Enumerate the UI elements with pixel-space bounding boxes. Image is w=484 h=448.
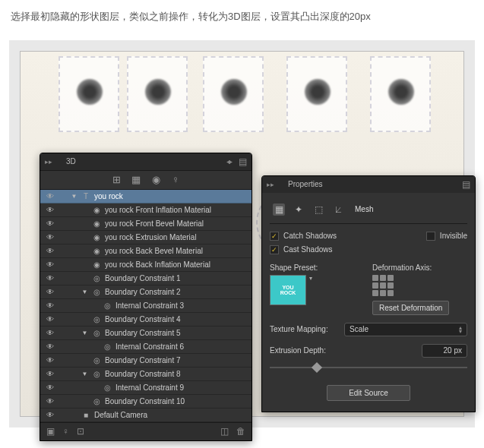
select-arrows-icon: ▴▾ [459, 326, 462, 333]
scene-item-label: you rock Front Inflation Material [105, 206, 247, 214]
scene-item-label: Boundary Constraint 7 [105, 356, 247, 364]
texture-mapping-select[interactable]: Scale ▴▾ [344, 323, 467, 336]
scene-item-label: Boundary Constraint 8 [105, 370, 247, 378]
target-icon: ◎ [91, 396, 102, 406]
scene-item[interactable]: 👁◎Boundary Constraint 1 [40, 272, 251, 286]
scene-item[interactable]: 👁▼◎Boundary Constraint 5 [40, 327, 251, 340]
extrusion-depth-input[interactable]: 20 px [422, 344, 467, 358]
scene-item-label: Internal Constraint 3 [115, 301, 247, 310]
visibility-eye-icon[interactable]: 👁 [45, 218, 55, 229]
invisible-checkbox[interactable]: ✓ [426, 232, 435, 241]
scene-item[interactable]: 👁◎Boundary Constraint 4 [40, 313, 251, 327]
catch-shadows-checkbox[interactable]: ✓ [270, 232, 279, 241]
scene-item[interactable]: 👁◎Internal Constraint 6 [40, 340, 251, 354]
twisty-icon[interactable]: ▼ [81, 289, 88, 295]
scene-item-label: Internal Constraint 9 [115, 383, 247, 392]
letter-shape [59, 56, 119, 132]
visibility-eye-icon[interactable]: 👁 [45, 191, 55, 201]
scene-item[interactable]: 👁■Default Camera [40, 409, 251, 422]
deformation-axis-grid[interactable] [372, 275, 394, 296]
scene-item-label: Internal Constraint 6 [115, 342, 247, 351]
visibility-eye-icon[interactable]: 👁 [45, 259, 55, 270]
coords-tab-icon[interactable]: ⟀ [332, 203, 344, 216]
visibility-eye-icon[interactable]: 👁 [45, 273, 55, 283]
visibility-eye-icon[interactable]: 👁 [45, 341, 55, 352]
panel-3d-header[interactable]: ▸▸ 3D ◂▸ ▤ [40, 153, 251, 170]
edit-source-button[interactable]: Edit Source [327, 385, 410, 401]
scene-item[interactable]: 👁▼Tyou rock [40, 190, 251, 203]
trash-icon[interactable]: 🗑 [236, 426, 245, 437]
visibility-eye-icon[interactable]: 👁 [45, 314, 55, 324]
visibility-eye-icon[interactable]: 👁 [45, 300, 55, 311]
catch-shadows-label: Catch Shadows [283, 232, 337, 240]
target-icon: ◎ [91, 355, 102, 365]
scene-item[interactable]: 👁◎Internal Constraint 9 [40, 381, 251, 395]
visibility-eye-icon[interactable]: 👁 [45, 286, 55, 297]
scene-item-label: you rock Back Bevel Material [105, 247, 247, 255]
scene-item[interactable]: 👁◎Internal Constraint 3 [40, 299, 251, 313]
filter-scene-icon[interactable]: ⊞ [110, 174, 122, 186]
properties-subtabs: ▦ ✦ ⬚ ⟀ Mesh [270, 199, 467, 224]
visibility-eye-icon[interactable]: 👁 [45, 204, 55, 215]
scene-item[interactable]: 👁◎Boundary Constraint 10 [40, 395, 251, 409]
scene-item[interactable]: 👁◉you rock Back Inflation Material [40, 258, 251, 272]
twisty-icon[interactable]: ▼ [71, 193, 78, 200]
camera-icon[interactable]: ⊡ [77, 426, 84, 437]
scene-item-label: Boundary Constraint 5 [105, 329, 247, 337]
visibility-eye-icon[interactable]: 👁 [45, 245, 55, 256]
shape-preset-dropdown-icon[interactable]: ▾ [309, 275, 312, 282]
target-icon: ◎ [102, 300, 112, 311]
scene-item[interactable]: 👁▼◎Boundary Constraint 2 [40, 286, 251, 299]
filter-mesh-icon[interactable]: ▦ [130, 174, 142, 186]
visibility-eye-icon[interactable]: 👁 [45, 382, 55, 393]
letter-shape [203, 56, 264, 132]
visibility-eye-icon[interactable]: 👁 [45, 355, 55, 365]
material-icon: ◉ [91, 245, 102, 256]
target-icon: ◎ [91, 286, 102, 297]
scene-item[interactable]: 👁◉you rock Extrusion Material [40, 231, 251, 245]
panel-properties-tab[interactable]: Properties [282, 177, 329, 191]
camera-icon: ■ [81, 409, 91, 420]
twisty-icon[interactable]: ▼ [81, 371, 88, 377]
scene-item-label: Boundary Constraint 2 [105, 288, 247, 296]
scene-item[interactable]: 👁◉you rock Front Bevel Material [40, 217, 251, 231]
reset-deformation-button[interactable]: Reset Deformation [372, 301, 449, 315]
visibility-eye-icon[interactable]: 👁 [45, 232, 55, 242]
target-icon: ◎ [102, 382, 112, 393]
panel-menu-icon[interactable]: ▤ [462, 179, 470, 190]
panel-menu-icon[interactable]: ▤ [239, 156, 247, 167]
panel-properties: ▸▸ Properties ▤ ▦ ✦ ⬚ ⟀ Mesh ✓ Catch Sha… [261, 175, 476, 412]
scene-item[interactable]: 👁◎Boundary Constraint 7 [40, 354, 251, 368]
scene-item-label: Default Camera [94, 411, 247, 419]
scene-item[interactable]: 👁◉you rock Front Inflation Material [40, 203, 251, 217]
visibility-eye-icon[interactable]: 👁 [45, 368, 55, 379]
target-icon: ◎ [91, 273, 102, 283]
collapse-icon[interactable]: ▸▸ [45, 158, 52, 166]
panel-3d-tab[interactable]: 3D [60, 154, 82, 169]
panel-nav-icon[interactable]: ◂▸ [226, 157, 231, 166]
light-icon[interactable]: ♀ [62, 426, 69, 437]
visibility-eye-icon[interactable]: 👁 [45, 396, 55, 406]
filter-light-icon[interactable]: ♀ [169, 174, 182, 186]
panel-properties-header[interactable]: ▸▸ Properties ▤ [262, 176, 475, 193]
visibility-eye-icon[interactable]: 👁 [45, 409, 55, 420]
letter-shape [127, 56, 188, 132]
page-instruction: 选择最初隐藏的形状图层，类似之前操作，转化为3D图层，设置其凸出深度的20px [0, 0, 484, 34]
collapse-icon[interactable]: ▸▸ [267, 181, 274, 188]
twisty-icon[interactable]: ▼ [81, 330, 88, 336]
mesh-tab-label: Mesh [355, 205, 373, 213]
deformation-axis-label: Deformation Axis: [372, 263, 467, 272]
cast-shadows-checkbox[interactable]: ✓ [270, 245, 279, 254]
new-icon[interactable]: ◫ [220, 426, 229, 437]
mesh-tab-icon[interactable]: ▦ [273, 203, 285, 216]
scene-item[interactable]: 👁◉you rock Back Bevel Material [40, 245, 251, 258]
shape-preset-thumb[interactable]: YOUROCK [270, 275, 306, 305]
cap-tab-icon[interactable]: ⬚ [312, 203, 324, 216]
visibility-eye-icon[interactable]: 👁 [45, 327, 55, 338]
render-icon[interactable]: ▣ [46, 426, 55, 437]
scene-item-label: you rock [94, 192, 247, 200]
extrusion-depth-slider[interactable] [270, 362, 467, 373]
deform-tab-icon[interactable]: ✦ [293, 203, 305, 216]
filter-material-icon[interactable]: ◉ [150, 174, 162, 186]
scene-item[interactable]: 👁▼◎Boundary Constraint 8 [40, 368, 251, 381]
